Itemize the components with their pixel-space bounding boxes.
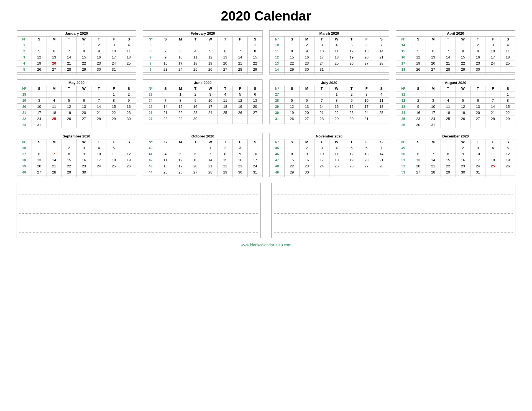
month-title: April 2020 xyxy=(396,30,515,37)
month-title: September 2020 xyxy=(17,133,136,139)
table-row: 3813141516171819 xyxy=(17,157,136,163)
month-4: April 2020NºSMTWTFS141234155678910111612… xyxy=(396,30,515,75)
month-table-4: April 2020NºSMTWTFS141234155678910111612… xyxy=(396,30,515,75)
table-row: 4912345 xyxy=(396,145,515,151)
table-row xyxy=(270,122,389,124)
month-table-10: October 2020NºSMTWTFS4012341456789104211… xyxy=(143,133,263,177)
month-title: May 2020 xyxy=(17,80,136,86)
table-row: 3019202122232425 xyxy=(270,110,389,116)
table-row: 4211121314151617 xyxy=(143,157,263,163)
month-title: June 2020 xyxy=(143,80,263,86)
table-row: 2478910111213 xyxy=(143,98,263,104)
table-row: 2010111213141516 xyxy=(17,104,136,110)
table-row: 2331 xyxy=(17,122,136,128)
table-row: 2224252627282930 xyxy=(17,116,136,122)
table-row xyxy=(270,175,389,177)
table-row: 3920212223242526 xyxy=(17,163,136,169)
month-title: January 2020 xyxy=(17,30,136,37)
table-row: 3612345 xyxy=(17,145,136,151)
table-row: 62345678 xyxy=(143,48,263,54)
month-title: August 2020 xyxy=(396,80,515,86)
table-row: 311 xyxy=(396,91,515,98)
calendars-grid: January 2020NºSMTWTFS1123425678910113121… xyxy=(17,30,515,177)
month-table-3: March 2020NºSMTWTFS101234567118910111213… xyxy=(269,30,389,75)
table-row xyxy=(17,73,136,75)
table-row: 23123456 xyxy=(143,91,263,98)
table-row: 4145678910 xyxy=(143,151,263,157)
table-row: 312131415161718 xyxy=(17,54,136,60)
month-1: January 2020NºSMTWTFS1123425678910113121… xyxy=(17,30,136,75)
table-row xyxy=(396,73,515,75)
table-row: 2567891011 xyxy=(17,48,136,54)
month-10: October 2020NºSMTWTFS4012341456789104211… xyxy=(143,133,263,177)
month-table-7: July 2020NºSMTWTFS2712342856789101129121… xyxy=(269,80,389,124)
table-row: 322345678 xyxy=(396,98,515,104)
table-row: 182627282930 xyxy=(396,67,515,73)
month-title: October 2020 xyxy=(143,133,263,139)
table-row: 5262728293031 xyxy=(17,67,136,73)
table-row: 816171819202122 xyxy=(143,60,263,67)
table-row: 4318192021222324 xyxy=(143,163,263,169)
month-table-12: December 2020NºSMTWTFS491234550678910111… xyxy=(396,133,515,177)
table-row: 339101112131415 xyxy=(396,104,515,110)
month-9: September 2020NºSMTWTFS36123453767891011… xyxy=(17,133,136,177)
table-row: 27282930 xyxy=(143,116,263,122)
table-row: 14293031 xyxy=(270,67,389,73)
table-row: 79101112131415 xyxy=(143,54,263,60)
table-row: 11891011121314 xyxy=(270,48,389,54)
month-8: August 2020NºSMTWTFS31132234567833910111… xyxy=(396,80,515,128)
month-title: November 2020 xyxy=(270,133,389,139)
notes-grid xyxy=(17,183,515,238)
month-7: July 2020NºSMTWTFS2712342856789101129121… xyxy=(269,80,389,128)
month-table-9: September 2020NºSMTWTFS36123453767891011… xyxy=(17,133,136,177)
table-row: 2117181920212223 xyxy=(17,110,136,116)
table-row: 5220212223242526 xyxy=(396,163,515,169)
notes-box-right xyxy=(272,183,515,238)
month-5: May 2020NºSMTWTFS18121934567892010111213… xyxy=(17,80,136,128)
month-title: July 2020 xyxy=(270,80,389,86)
month-12: December 2020NºSMTWTFS491234550678910111… xyxy=(396,133,515,177)
table-row: 5113141516171819 xyxy=(396,157,515,163)
table-row: 532728293031 xyxy=(396,169,515,175)
table-row: 1215161718192021 xyxy=(270,54,389,60)
month-title: December 2020 xyxy=(396,133,515,139)
table-row: 40123 xyxy=(143,145,263,151)
table-row: 376789101112 xyxy=(17,151,136,157)
table-row: 51 xyxy=(143,42,263,48)
month-3: March 2020NºSMTWTFS101234567118910111213… xyxy=(269,30,389,75)
table-row: 15567891011 xyxy=(396,48,515,54)
table-row: 2912131415161718 xyxy=(270,104,389,110)
table-row: 1812 xyxy=(17,91,136,98)
page-title: 2020 Calendar xyxy=(17,8,515,24)
table-row: 4822232425262728 xyxy=(270,163,389,169)
table-row: 419202122232425 xyxy=(17,60,136,67)
table-row: 4027282930 xyxy=(17,169,136,175)
table-row xyxy=(396,175,515,177)
month-table-11: November 2020NºSMTWTFS451234567468910111… xyxy=(269,133,389,177)
table-row: 2621222324252627 xyxy=(143,110,263,116)
website-link[interactable]: www.blankcalendar2018.com xyxy=(17,243,515,247)
table-row: 101234567 xyxy=(270,42,389,48)
table-row xyxy=(143,122,263,124)
month-11: November 2020NºSMTWTFS451234567468910111… xyxy=(269,133,389,177)
table-row: 11234 xyxy=(17,42,136,48)
table-row: 3523242526272829 xyxy=(396,116,515,122)
table-row: 31262728293031 xyxy=(270,116,389,122)
table-row: 46891011121314 xyxy=(270,151,389,157)
table-row xyxy=(17,175,136,177)
table-row: 28567891011 xyxy=(270,98,389,104)
table-row: 923242526272829 xyxy=(143,67,263,73)
table-row xyxy=(143,73,263,75)
month-title: February 2020 xyxy=(143,30,263,37)
month-table-2: February 2020NºSMTWTFS516234567879101112… xyxy=(143,30,263,75)
table-row: 3416171819202122 xyxy=(396,110,515,116)
month-title: March 2020 xyxy=(270,30,389,37)
table-row: 141234 xyxy=(396,42,515,48)
month-2: February 2020NºSMTWTFS516234567879101112… xyxy=(143,30,263,75)
table-row: 492930 xyxy=(270,169,389,175)
table-row: 4425262728293031 xyxy=(143,169,263,175)
table-row xyxy=(143,175,263,177)
table-row: 1719202122232425 xyxy=(396,60,515,67)
table-row xyxy=(270,73,389,75)
notes-box-left xyxy=(17,183,260,238)
